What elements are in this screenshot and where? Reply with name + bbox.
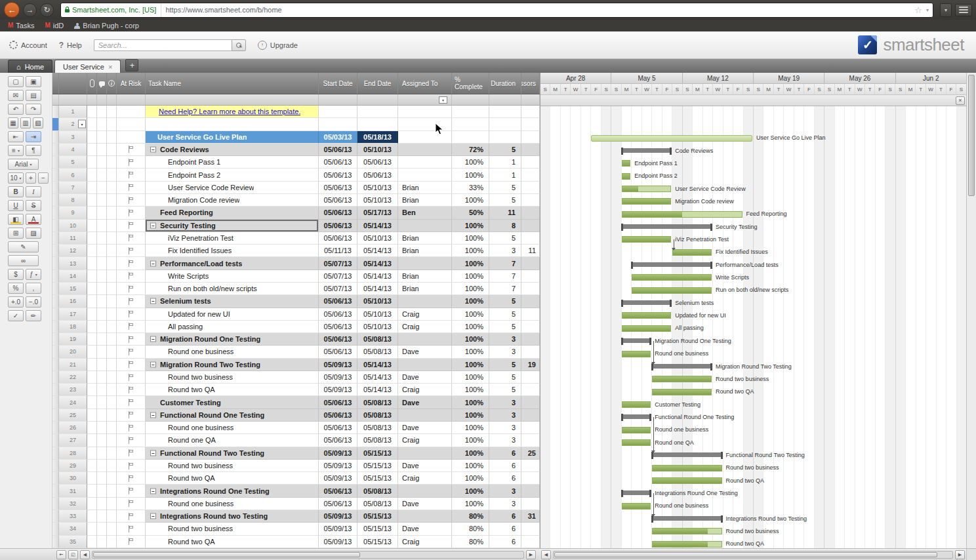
pct-complete-cell[interactable]: 100% [452, 257, 489, 270]
table-row[interactable]: 33−Integrations Round two Testing05/09/1… [52, 510, 540, 523]
font-family-select[interactable]: Arial▾ [8, 159, 39, 170]
gantt-hscroll-thumb[interactable] [554, 552, 937, 557]
start-date-cell[interactable]: 05/06/13 [319, 409, 357, 422]
task-name-cell[interactable]: −Security Testing [146, 220, 319, 232]
highlight-button[interactable]: ✏ [26, 310, 41, 321]
predecessor-cell[interactable] [521, 232, 540, 245]
row-action-cell[interactable] [107, 434, 117, 447]
task-name-cell[interactable]: Fix Identified Issues [146, 245, 319, 257]
assigned-to-cell[interactable] [398, 131, 452, 144]
pct-complete-cell[interactable] [452, 131, 489, 144]
row-action-cell[interactable] [107, 257, 117, 270]
pct-complete-cell[interactable]: 80% [452, 523, 489, 535]
assigned-to-cell[interactable]: Craig [398, 308, 452, 321]
gantt-task-bar[interactable] [652, 389, 712, 395]
end-date-cell[interactable]: 05/14/13 [357, 220, 398, 232]
end-date-cell[interactable]: 05/10/13 [357, 308, 398, 321]
row-action-cell[interactable] [107, 194, 117, 207]
fit-view-button[interactable]: ◱ [68, 550, 78, 559]
attachment-column-header[interactable] [87, 73, 97, 94]
assigned-to-cell[interactable]: Ben [398, 207, 452, 219]
assigned-to-cell[interactable]: Craig [398, 472, 452, 485]
assigned-to-cell[interactable]: Brian [398, 232, 452, 245]
task-name-cell[interactable]: −Migration Round One Testing [146, 333, 319, 346]
gantt-task-bar[interactable] [672, 249, 712, 256]
attachment-cell[interactable] [87, 409, 97, 422]
gantt-summary-bar[interactable] [652, 364, 712, 369]
assigned-to-cell[interactable] [398, 156, 452, 169]
row-select-strip[interactable] [52, 245, 59, 257]
attachment-cell[interactable] [87, 333, 97, 346]
row-select-strip[interactable] [52, 485, 59, 497]
at-risk-cell[interactable] [117, 220, 146, 232]
row-action-cell[interactable] [107, 485, 117, 497]
task-name-cell[interactable]: Round one QA [146, 434, 319, 447]
predecessor-cell[interactable] [521, 220, 540, 232]
duration-cell[interactable]: 3 [489, 346, 521, 358]
bookmark-item[interactable]: MTasks [8, 22, 34, 30]
comment-cell[interactable] [97, 182, 107, 194]
task-name-cell[interactable]: −Migration Round Two Testing [146, 359, 319, 371]
assigned-to-cell[interactable]: Dave [398, 523, 452, 535]
new-tab-button[interactable]: + [125, 59, 138, 71]
browser-forward-button[interactable]: → [23, 3, 37, 17]
at-risk-cell[interactable] [117, 536, 146, 548]
pct-complete-cell[interactable]: 80% [452, 536, 489, 548]
duration-cell[interactable] [489, 131, 521, 144]
table-row[interactable]: 25−Functional Round One Testing05/06/130… [52, 409, 540, 422]
bookmark-item[interactable]: Brian Pugh - corp [74, 22, 139, 30]
at-risk-cell[interactable] [117, 422, 146, 434]
pct-complete-cell[interactable]: 100% [452, 434, 489, 447]
end-date-cell[interactable]: 05/06/13 [357, 156, 398, 169]
task-name-cell[interactable]: User Service Go Live Plan [146, 131, 319, 144]
attachment-cell[interactable] [87, 156, 97, 169]
end-date-cell[interactable]: 05/08/13 [357, 434, 398, 447]
task-name-cell[interactable]: Endpoint Pass 1 [146, 156, 319, 169]
start-date-cell[interactable]: 05/06/13 [319, 321, 357, 333]
row-number[interactable]: 5 [59, 156, 87, 169]
font-size-increase-button[interactable]: + [26, 172, 36, 184]
row-number[interactable]: 25 [59, 409, 87, 422]
table-row[interactable]: 18All passing05/06/1305/10/13Craig100%5 [52, 321, 540, 333]
start-date-cell[interactable]: 05/09/13 [319, 384, 357, 396]
predecessor-cell[interactable] [521, 346, 540, 358]
assigned-to-cell[interactable] [398, 106, 452, 118]
row-select-strip[interactable] [52, 447, 59, 460]
gantt-task-bar[interactable] [652, 528, 722, 534]
at-risk-cell[interactable] [117, 257, 146, 270]
gantt-task-bar[interactable] [622, 351, 651, 357]
collapse-toggle-icon[interactable]: − [150, 146, 156, 152]
row-number[interactable]: 6 [59, 169, 87, 181]
at-risk-cell[interactable] [117, 523, 146, 535]
row-number[interactable]: 2▾ [59, 118, 87, 130]
at-risk-cell[interactable] [117, 207, 146, 219]
calendar-view-button[interactable]: ▧ [33, 117, 43, 129]
collapse-toggle-icon[interactable]: − [150, 450, 156, 456]
table-row[interactable]: 9Feed Reporting05/06/1305/17/13Ben50%11 [52, 207, 540, 219]
task-name-cell[interactable]: Round two business [146, 371, 319, 384]
predecessor-cell[interactable] [521, 131, 540, 144]
attachment-cell[interactable] [87, 220, 97, 232]
end-date-cell[interactable]: 05/06/13 [357, 169, 398, 181]
pct-complete-cell[interactable]: 100% [452, 409, 489, 422]
predecessor-cell[interactable] [521, 498, 540, 510]
row-number[interactable]: 16 [59, 295, 87, 308]
row-select-strip[interactable] [52, 371, 59, 384]
row-select-strip[interactable] [52, 422, 59, 434]
currency-button[interactable]: $ [8, 269, 24, 280]
pct-complete-cell[interactable]: 100% [452, 396, 489, 409]
table-row[interactable]: 7User Service Code Review05/06/1305/10/1… [52, 182, 540, 194]
row-action-cell[interactable] [107, 523, 117, 535]
row-action-cell[interactable] [107, 346, 117, 358]
format-painter-button[interactable]: ✎ [8, 241, 39, 252]
gantt-task-bar[interactable] [652, 376, 712, 382]
pct-complete-cell[interactable]: 33% [452, 182, 489, 194]
assigned-to-cell[interactable]: Dave [398, 422, 452, 434]
start-date-cell[interactable]: 05/09/13 [319, 536, 357, 548]
start-date-cell[interactable]: 05/06/13 [319, 346, 357, 358]
start-date-cell[interactable]: 05/06/13 [319, 207, 357, 219]
vertical-scrollbar[interactable] [966, 73, 976, 548]
assigned-to-cell[interactable]: Craig [398, 384, 452, 396]
borders-button[interactable]: ⊞ [8, 228, 24, 239]
predecessor-cell[interactable] [521, 144, 540, 156]
